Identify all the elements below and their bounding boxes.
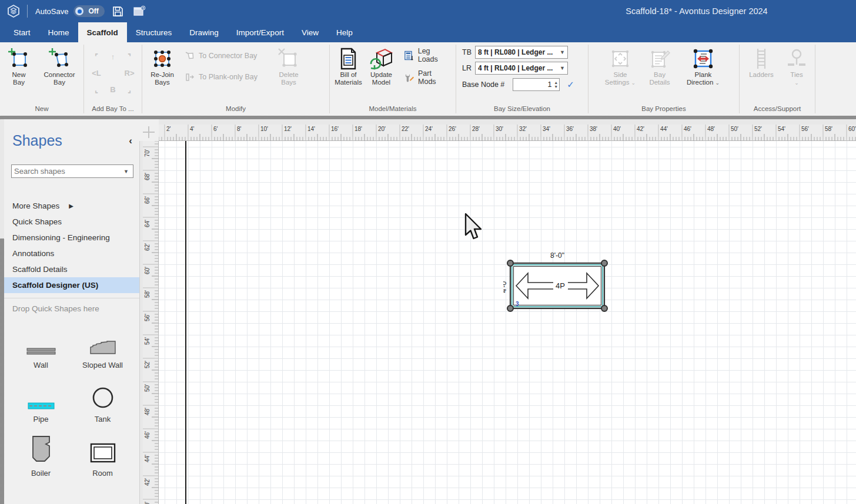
connector-bay-button[interactable]: Connector Bay xyxy=(38,45,81,88)
tab-home[interactable]: Home xyxy=(39,22,78,42)
side-settings-icon xyxy=(609,46,631,71)
svg-text:14': 14' xyxy=(307,126,315,132)
sidebar-item-dimensioning-engineering[interactable]: Dimensioning - Engineering xyxy=(4,230,139,246)
svg-text:52': 52' xyxy=(144,361,151,368)
stencil-room[interactable]: Room xyxy=(72,436,133,478)
side-settings-button[interactable]: Side Settings ⌄ xyxy=(601,45,640,89)
sidebar-item-scaffold-designer-us-[interactable]: Scaffold Designer (US) xyxy=(4,277,139,293)
tab-structures[interactable]: Structures xyxy=(127,22,181,42)
shapes-panel-title: Shapes xyxy=(12,132,62,149)
base-node-number: 3 xyxy=(516,301,519,307)
delete-bays-button[interactable]: Delete Bays xyxy=(272,45,306,88)
add-bay-direction-button[interactable]: ⌝ xyxy=(121,48,138,65)
save-as-button[interactable] xyxy=(132,4,147,19)
plank-count-label: 4P xyxy=(556,281,565,290)
ribbon-group-model-materials: Bill of Materials Update Model xyxy=(330,42,456,116)
stencil-tank[interactable]: Tank xyxy=(72,382,133,424)
tab-import-export[interactable]: Import/Export xyxy=(228,22,293,42)
tab-help[interactable]: Help xyxy=(327,22,362,42)
save-button[interactable] xyxy=(111,4,126,19)
lr-label: LR xyxy=(462,64,472,72)
update-model-button[interactable]: Update Model xyxy=(366,45,397,88)
search-dropdown-arrow-icon[interactable]: ▼ xyxy=(120,169,132,174)
rejoin-bays-button[interactable]: Re-Join Bays xyxy=(145,45,180,88)
base-node-label: Base Node # xyxy=(462,80,504,89)
search-shapes-box[interactable]: ▼ xyxy=(11,164,133,178)
svg-text:58': 58' xyxy=(144,290,151,298)
drawing-canvas[interactable]: 4P 8'-0" 4'-0" 3 xyxy=(159,141,856,504)
tab-view[interactable]: View xyxy=(293,22,327,42)
part-mods-icon xyxy=(404,72,414,83)
sidebar-item-annotations[interactable]: Annotations xyxy=(4,246,139,261)
base-node-spin-down-icon[interactable]: ▼ xyxy=(554,85,558,89)
ribbon-group-bay-size: TB 8 ft | RL080 | Ledger ... ▼ LR 4 ft |… xyxy=(456,42,588,116)
add-bay-direction-button[interactable]: R> xyxy=(121,65,138,81)
autosave-toggle[interactable]: Off xyxy=(73,5,104,17)
to-connector-bay-button[interactable]: To Connector Bay xyxy=(181,48,261,63)
base-node-apply-icon[interactable]: ✓ xyxy=(567,79,574,90)
sidebar-item-quick-shapes[interactable]: Quick Shapes xyxy=(4,214,139,230)
bay-details-button[interactable]: Bay Details xyxy=(643,45,676,88)
svg-text:60': 60' xyxy=(144,267,151,274)
stencil-label: Room xyxy=(92,469,113,478)
lr-dropdown[interactable]: 4 ft | RL040 | Ledger ... ▼ xyxy=(475,62,568,75)
leg-loads-label: Leg Loads xyxy=(418,47,450,63)
search-shapes-input[interactable] xyxy=(12,167,120,176)
app-logo-icon xyxy=(6,4,21,18)
svg-text:4': 4' xyxy=(190,126,195,132)
tab-drawing[interactable]: Drawing xyxy=(180,22,228,42)
ties-button[interactable]: Ties⌄ xyxy=(783,45,810,89)
svg-text:60': 60' xyxy=(848,126,856,132)
svg-text:56': 56' xyxy=(801,126,809,132)
stencil-boiler[interactable]: Boiler xyxy=(10,436,72,478)
add-bay-direction-button[interactable]: ⌜ xyxy=(88,48,105,65)
svg-text:38': 38' xyxy=(590,126,597,132)
group-label-modify: Modify xyxy=(142,103,329,116)
svg-text:16': 16' xyxy=(331,126,339,132)
add-bay-direction-button[interactable]: <L xyxy=(88,65,105,81)
svg-text:50': 50' xyxy=(731,126,738,132)
svg-text:6': 6' xyxy=(213,126,218,132)
tb-label: TB xyxy=(462,48,472,56)
part-mods-button[interactable]: Part Mods xyxy=(400,70,453,85)
sidebar-item-scaffold-details[interactable]: Scaffold Details xyxy=(4,261,139,277)
new-bay-label: New Bay xyxy=(12,71,25,86)
add-bay-direction-button[interactable]: B xyxy=(105,81,121,98)
group-label-bay-size: Bay Size/Elevation xyxy=(456,103,588,116)
bill-of-materials-button[interactable]: Bill of Materials xyxy=(332,45,365,88)
sidebar-item-more-shapes[interactable]: More Shapes▶ xyxy=(4,198,139,214)
plank-direction-button[interactable]: Plank Direction ⌄ xyxy=(680,45,727,89)
stencil-wall[interactable]: Wall xyxy=(10,328,72,369)
tb-dropdown-value: 8 ft | RL080 | Ledger ... xyxy=(478,48,560,56)
add-bay-direction-button[interactable]: ⌟ xyxy=(121,81,138,98)
tab-scaffold[interactable]: Scaffold xyxy=(78,22,127,42)
ladders-label: Ladders xyxy=(749,71,774,79)
ladders-button[interactable]: Ladders xyxy=(744,45,778,80)
svg-text:68': 68' xyxy=(144,173,151,180)
sloped-wall-icon xyxy=(89,328,117,355)
tb-dropdown[interactable]: 8 ft | RL080 | Ledger ... ▼ xyxy=(475,46,568,59)
scaffold-bay-shape[interactable]: 4P 8'-0" 4'-0" 3 xyxy=(503,249,615,320)
svg-text:64': 64' xyxy=(144,220,151,227)
stencil-pipe[interactable]: Pipe xyxy=(10,382,72,424)
new-bay-button[interactable]: New Bay xyxy=(2,45,35,88)
stencil-sloped-wall[interactable]: Sloped Wall xyxy=(72,328,133,369)
svg-text:48': 48' xyxy=(144,408,151,415)
base-node-input[interactable]: 1 ▲ ▼ xyxy=(513,78,560,91)
bill-of-materials-icon xyxy=(337,46,359,71)
update-model-label: Update Model xyxy=(370,71,392,86)
svg-text:24': 24' xyxy=(425,126,433,132)
rejoin-bays-icon xyxy=(151,46,173,71)
leg-loads-button[interactable]: Leg Loads xyxy=(400,48,453,63)
add-bay-direction-button[interactable]: ⌞ xyxy=(88,81,105,98)
add-bay-direction-button[interactable]: ↑ xyxy=(105,48,121,65)
base-node-spin-up-icon[interactable]: ▲ xyxy=(554,80,558,85)
collapse-panel-icon[interactable]: ‹ xyxy=(129,135,132,147)
to-plank-only-bay-button[interactable]: To Plank-only Bay xyxy=(181,69,261,85)
group-label-new: New xyxy=(0,103,83,116)
update-model-icon xyxy=(369,46,393,71)
shapes-section-list: More Shapes▶Quick ShapesDimensioning - E… xyxy=(4,198,139,293)
tab-start[interactable]: Start xyxy=(5,22,39,42)
part-mods-label: Part Mods xyxy=(418,69,450,86)
autosave-toggle-state: Off xyxy=(88,7,98,15)
